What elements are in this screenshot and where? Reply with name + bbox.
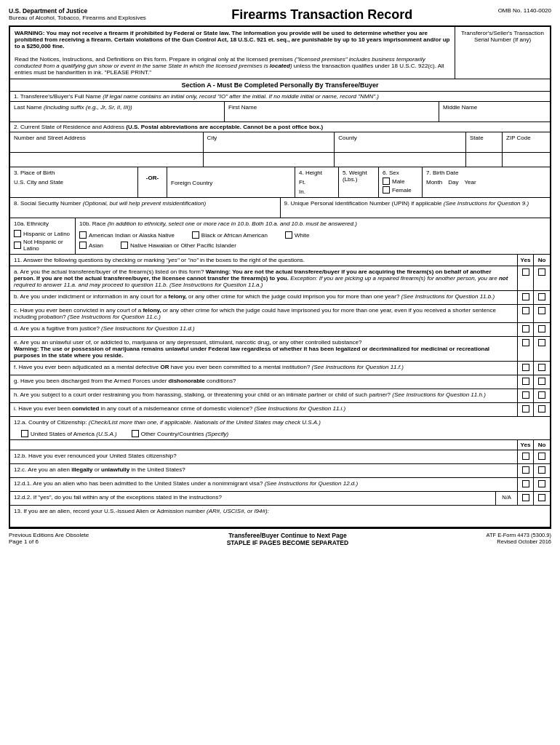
q11i-no-cb[interactable]	[538, 405, 545, 413]
yes-header: Yes	[518, 255, 534, 266]
q11g-no[interactable]	[534, 375, 550, 389]
q11b-yes[interactable]	[518, 291, 534, 304]
q11h-yes-cb[interactable]	[522, 391, 529, 399]
q11e-no-cb[interactable]	[538, 339, 545, 346]
q12d2-no-cb[interactable]	[538, 494, 545, 501]
q12b-no[interactable]	[534, 450, 550, 463]
q11c-yes[interactable]	[518, 305, 534, 322]
q11g-yes-cb[interactable]	[522, 378, 529, 385]
q11-header: 11. Answer the following questions by ch…	[10, 255, 550, 266]
male-checkbox[interactable]	[383, 178, 390, 185]
black-checkbox[interactable]	[192, 231, 199, 239]
q12d2-yes-cb[interactable]	[522, 494, 529, 501]
q11i-yes[interactable]	[518, 403, 534, 416]
address-input-row	[10, 153, 550, 167]
q11e-yes[interactable]	[518, 337, 534, 361]
hispanic-checkbox[interactable]	[14, 230, 21, 237]
q11f-no[interactable]	[534, 362, 550, 375]
other-country-label: Other Country/Countries (Specify)	[141, 431, 229, 437]
q12a-note: (Check/List more than one, if applicable…	[89, 419, 321, 426]
q11c-no[interactable]	[534, 305, 550, 322]
footer-center-2: STAPLE IF PAGES BECOME SEPARATED	[89, 539, 486, 546]
q11f-no-cb[interactable]	[538, 364, 545, 371]
previous-editions: Previous Editions Are Obsolete	[9, 532, 89, 538]
q11d-row: d. Are you a fugitive from justice? (See…	[10, 323, 550, 337]
q11-header-text: 11. Answer the following questions by ch…	[10, 255, 518, 266]
last-name-label: Last Name (Including suffix (e.g., Jr, S…	[14, 104, 132, 111]
in-label: In.	[299, 188, 335, 195]
q11d-no-cb[interactable]	[538, 325, 545, 332]
q12d2-text: 12.d.2. If "yes", do you fall within any…	[10, 492, 496, 505]
q11g-yes[interactable]	[518, 375, 534, 389]
q12d1-yes-cb[interactable]	[522, 480, 529, 487]
q12b-yes[interactable]	[518, 450, 534, 463]
asian-checkbox[interactable]	[79, 242, 87, 249]
city-input[interactable]	[204, 153, 335, 167]
street-input[interactable]	[10, 153, 204, 167]
page-header: U.S. Department of Justice Bureau of Alc…	[9, 7, 551, 23]
q12c-no[interactable]	[534, 464, 550, 477]
q11i-no[interactable]	[534, 403, 550, 416]
q12d2-yes[interactable]	[518, 492, 534, 505]
q11c-no-cb[interactable]	[538, 307, 545, 314]
q11h-yes[interactable]	[518, 389, 534, 402]
other-country-checkbox[interactable]	[132, 430, 139, 437]
white-checkbox[interactable]	[285, 231, 292, 239]
ft-label: Ft.	[299, 179, 335, 186]
section-a-header: Section A - Must Be Completed Personally…	[10, 79, 550, 92]
ssn-upin-row: 8. Social Security Number (Optional, but…	[10, 198, 550, 218]
q11e-yes-cb[interactable]	[522, 339, 529, 346]
black-row: Black or African American	[192, 231, 268, 239]
white-row: White	[285, 231, 309, 239]
not-hispanic-checkbox[interactable]	[14, 242, 21, 249]
middle-name-label: Middle Name	[443, 104, 477, 111]
county-input[interactable]	[335, 153, 466, 167]
q2-label-row: 2. Current State of Residence and Addres…	[10, 122, 550, 132]
other-country-option: Other Country/Countries (Specify)	[132, 430, 229, 437]
american-indian-checkbox[interactable]	[79, 231, 87, 239]
q7-label: 7. Birth Date	[426, 170, 546, 176]
state-input[interactable]	[466, 153, 503, 167]
q11b-no-cb[interactable]	[538, 293, 545, 300]
q11a-yes-cb[interactable]	[522, 268, 529, 276]
q11i-yes-cb[interactable]	[522, 405, 529, 413]
q11a-yes[interactable]	[518, 266, 534, 290]
q12d1-no[interactable]	[534, 478, 550, 491]
q12b-no-cb[interactable]	[538, 453, 545, 460]
q11f-yes[interactable]	[518, 362, 534, 375]
transferor-label: Transferor's/Seller's Transaction Serial…	[461, 30, 544, 43]
yn-no-header: No	[534, 440, 550, 450]
lbs-label: (Lbs.)	[343, 176, 375, 183]
q11d-yes[interactable]	[518, 323, 534, 336]
first-name-label: First Name	[228, 104, 257, 111]
q12c-no-cb[interactable]	[538, 466, 545, 474]
female-checkbox-row: Female	[383, 186, 418, 194]
q12c-yes[interactable]	[518, 464, 534, 477]
q11a-no[interactable]	[534, 266, 550, 290]
native-hawaiian-row: Native Hawaiian or Other Pacific Islande…	[121, 242, 236, 249]
q12d2-no[interactable]	[534, 492, 550, 505]
q11g-no-cb[interactable]	[538, 378, 545, 385]
usa-checkbox[interactable]	[21, 430, 28, 437]
male-label: Male	[392, 178, 404, 185]
q12b-yes-cb[interactable]	[522, 453, 529, 460]
q11a-no-cb[interactable]	[538, 268, 545, 276]
female-checkbox[interactable]	[383, 186, 390, 194]
q11h-no[interactable]	[534, 389, 550, 402]
q11f-yes-cb[interactable]	[522, 364, 529, 371]
q11b-no[interactable]	[534, 291, 550, 304]
q12d1-no-cb[interactable]	[538, 480, 545, 487]
q11e-no[interactable]	[534, 337, 550, 361]
q11d-no[interactable]	[534, 323, 550, 336]
q11h-no-cb[interactable]	[538, 391, 545, 399]
q11c-yes-cb[interactable]	[522, 307, 529, 314]
q12d1-yes[interactable]	[518, 478, 534, 491]
birthdate-cell: 7. Birth Date Month Day Year	[423, 167, 550, 197]
native-hawaiian-checkbox[interactable]	[121, 242, 128, 249]
warning-text: WARNING: You may not receive a firearm i…	[10, 27, 455, 79]
q11d-yes-cb[interactable]	[522, 325, 529, 332]
revised-date: Revised October 2016	[487, 538, 551, 545]
zip-input[interactable]	[503, 153, 550, 167]
q12c-yes-cb[interactable]	[522, 466, 529, 474]
q11b-yes-cb[interactable]	[522, 293, 529, 300]
